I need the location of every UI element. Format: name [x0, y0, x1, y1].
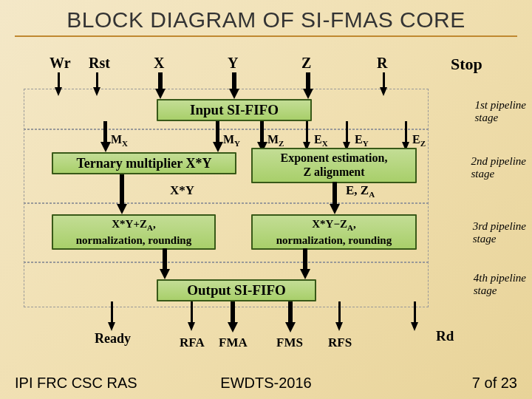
ez-label: EZ [412, 133, 426, 148]
input-y: Y [228, 55, 238, 72]
footer-right: 7 of 23 [472, 375, 517, 392]
mz-label: MZ [267, 133, 284, 148]
stage2-label: 2nd pipeline stage [471, 155, 526, 180]
output-fifo-block: Output SI-FIFO [157, 279, 316, 301]
ternary-block: Ternary multiplier X*Y [52, 152, 236, 174]
mx-label: MX [111, 133, 128, 148]
subnorm-block: X*Y−ZA,normalization, rounding [251, 214, 417, 250]
out-rd: Rd [436, 328, 454, 344]
input-stop: Stop [451, 55, 482, 74]
footer-mid: EWDTS-2016 [0, 375, 532, 392]
input-wr: Wr [50, 55, 71, 72]
stage3-label: 3rd pipeline stage [473, 220, 526, 245]
my-label: MY [223, 133, 240, 148]
addnorm-block: X*Y+ZA,normalization, rounding [52, 214, 216, 250]
input-x: X [154, 55, 164, 72]
out-ready: Ready [95, 331, 131, 347]
input-r: R [377, 55, 387, 72]
out-fma: FMA [219, 335, 248, 350]
xy-label: X*Y [170, 183, 194, 198]
slide-title: BLOCK DIAGRAM OF SI-FMAS CORE [15, 0, 517, 37]
ey-label: EY [355, 133, 369, 148]
out-fms: FMS [276, 335, 303, 350]
eza-label: E, ZA [346, 183, 375, 199]
stage1-label: 1st pipeline stage [474, 99, 526, 123]
input-fifo-block: Input SI-FIFO [157, 99, 312, 121]
out-rfa: RFA [180, 335, 205, 350]
exp-block: Exponent estimation, Z alignment [251, 148, 417, 183]
stage4-label: 4th pipeline stage [474, 272, 526, 296]
out-rfs: RFS [328, 335, 352, 350]
ex-label: EX [314, 133, 328, 148]
input-rst: Rst [89, 55, 110, 72]
input-z: Z [301, 55, 311, 72]
